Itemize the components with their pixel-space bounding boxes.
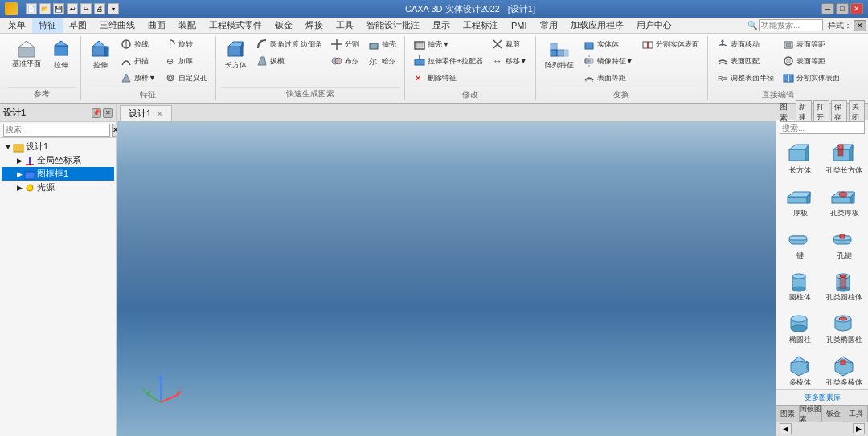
qa-redo-btn[interactable]: ↪ [80, 3, 92, 14]
shape-thick-plate[interactable]: 厚板 [780, 181, 821, 220]
menu-tools[interactable]: 工具 [330, 18, 360, 33]
svg-rect-74 [788, 197, 807, 203]
poly-icon [786, 352, 815, 378]
btn-extrude-ref[interactable]: 拉伸 [47, 36, 76, 73]
qa-extra-btn[interactable]: ▾ [108, 3, 119, 14]
divide2-icon [782, 71, 795, 84]
shape-key-hole[interactable]: 孔键 [824, 223, 865, 263]
btn-scan[interactable]: 扫描 [117, 53, 159, 69]
viewport-tab-close[interactable]: ✕ [157, 110, 163, 118]
btn-divide-solid[interactable]: 分割实体表面 [638, 36, 702, 52]
btn-baseplane[interactable]: 基准平面 [8, 36, 45, 71]
btn-surf-move[interactable]: 表面移动 [713, 36, 777, 52]
btn-pattern[interactable]: 阵列特征 [541, 36, 578, 73]
rp-tab-extra[interactable]: 闰候图素 [800, 406, 823, 422]
menu-3dcurve[interactable]: 三维曲线 [93, 18, 141, 33]
shape-ellipse-cyl-hole[interactable]: 孔类椭圆柱 [824, 308, 865, 347]
rp-tab-sheetmetal[interactable]: 钣金 [822, 406, 845, 422]
btn-fillet-chamfer[interactable]: 圆角过渡 边倒角 [252, 36, 326, 52]
btn-shell[interactable]: 抽壳▼ [410, 36, 485, 52]
btn-surf-match[interactable]: 表面匹配 [713, 53, 777, 69]
menu-engmode[interactable]: 工程模式零件 [203, 18, 268, 33]
minimize-btn[interactable]: ─ [821, 3, 834, 14]
tree-item-coord[interactable]: ▶ 全局坐标系 [2, 153, 114, 167]
app-icon [5, 2, 18, 15]
maximize-btn[interactable]: □ [836, 3, 849, 14]
panel-pin-btn[interactable]: 📌 [92, 108, 101, 118]
menu-plugins[interactable]: 加载应用程序 [564, 18, 630, 33]
menu-pmi[interactable]: PMI [505, 19, 534, 32]
btn-offset3[interactable]: 表面等距 [779, 53, 843, 69]
menu-smart[interactable]: 智能设计批注 [360, 18, 426, 33]
more-shapes-btn[interactable]: 更多图素库 [776, 389, 868, 405]
rp-tab-shapes[interactable]: 图素 [776, 406, 800, 422]
ribbon-close-btn[interactable]: ✕ [854, 20, 866, 31]
tree-item-block1[interactable]: ▶ 图框框1 [2, 167, 114, 181]
menu-surface[interactable]: 曲面 [141, 18, 172, 33]
btn-offset-surf[interactable]: 表面等距 [579, 70, 637, 86]
btn-extrude[interactable]: 拉伸 [86, 36, 115, 73]
close-btn[interactable]: ✕ [850, 3, 863, 14]
btn-offset2[interactable]: 表面等距 [779, 36, 843, 52]
tree-item-design1[interactable]: ▼ 设计1 [2, 140, 114, 153]
menu-sheetmetal[interactable]: 钣金 [268, 18, 299, 33]
btn-custom-hole[interactable]: 自定义孔 [161, 70, 211, 86]
menu-usercenter[interactable]: 用户中心 [630, 18, 678, 33]
btn-har[interactable]: 尔 哈尔 [364, 53, 399, 69]
qa-print-btn[interactable]: 🖨 [94, 3, 105, 14]
left-search-input[interactable] [3, 124, 110, 137]
menu-display[interactable]: 显示 [426, 18, 457, 33]
qa-new-btn[interactable]: 📄 [26, 3, 37, 14]
svg-point-95 [791, 325, 807, 332]
shape-poly[interactable]: 多棱体 [780, 350, 821, 389]
btn-radius-adj[interactable]: R≡ 调整表面半径 [713, 70, 777, 86]
btn-draft[interactable]: 拔模 [252, 53, 326, 69]
shape-key[interactable]: 键 [780, 223, 821, 263]
qa-open-btn[interactable]: 📂 [39, 3, 51, 14]
menu-common[interactable]: 常用 [534, 18, 564, 33]
btn-delete-face[interactable]: ✕ 删除特征 [410, 70, 485, 86]
rp-next-btn[interactable]: ▶ [853, 423, 865, 434]
svg-rect-37 [585, 43, 593, 49]
btn-divide2[interactable]: 分割实体表面 [779, 70, 843, 86]
box-icon [225, 39, 246, 59]
shape-ellipse-cyl[interactable]: 椭圆柱 [780, 308, 821, 347]
menu-assembly[interactable]: 装配 [172, 18, 203, 33]
btn-add[interactable]: ⊕ 加厚 [161, 53, 211, 69]
shape-thick-hole[interactable]: 孔类厚板 [824, 181, 865, 220]
rp-tab-tools[interactable]: 工具 [845, 406, 869, 422]
menu-weld[interactable]: 焊接 [299, 18, 330, 33]
shape-cylinder[interactable]: 圆柱体 [780, 265, 821, 304]
btn-mirror[interactable]: 镜像特征▼ [579, 53, 637, 69]
btn-bool[interactable]: 布尔 [327, 53, 362, 69]
function-search-input[interactable] [759, 19, 823, 31]
panel-close-btn[interactable]: ✕ [103, 108, 113, 118]
rp-prev-btn[interactable]: ◀ [780, 423, 792, 434]
btn-move[interactable]: ↔ 移移▼ [488, 53, 530, 69]
menu-engmark[interactable]: 工程标注 [457, 18, 505, 33]
btn-split[interactable]: 分割 [327, 36, 362, 52]
qa-save-btn[interactable]: 💾 [53, 3, 64, 14]
menu-sketch[interactable]: 草图 [63, 18, 93, 33]
btn-solid-body[interactable]: 实体体 [579, 36, 637, 52]
shape-poly-hole[interactable]: 孔类多棱体 [824, 350, 865, 389]
btn-revolve[interactable]: 旋转 [161, 36, 211, 52]
btn-box[interactable]: 长方体 [221, 36, 251, 73]
quick-access-toolbar: 📄 📂 💾 ↩ ↪ 🖨 ▾ [26, 3, 119, 14]
viewport-canvas[interactable]: Z X Y [117, 122, 776, 436]
menu-feature[interactable]: 特征 [32, 18, 63, 33]
svg-text:↔: ↔ [493, 55, 502, 67]
shape-cylinder-hole[interactable]: 孔类圆柱体 [824, 265, 865, 304]
btn-scale[interactable]: 抽壳 [364, 36, 399, 52]
btn-loft[interactable]: 放样▼ [117, 70, 159, 86]
btn-trim[interactable]: 裁剪 [488, 36, 530, 52]
tree-item-light[interactable]: ▶ 光源 [2, 181, 114, 194]
shape-rect-hole[interactable]: 孔类长方体 [824, 138, 865, 177]
right-search-input[interactable] [780, 121, 865, 134]
viewport-tab-design1[interactable]: 设计1 ✕ [120, 105, 172, 121]
menu-file[interactable]: 菜单 [2, 18, 32, 33]
shape-rect-solid[interactable]: 长方体 [780, 138, 821, 177]
btn-stretch-part[interactable]: 拉伸零件+拉配器 [410, 53, 485, 69]
btn-draw[interactable]: 拉线 [117, 36, 159, 52]
qa-undo-btn[interactable]: ↩ [67, 3, 78, 14]
